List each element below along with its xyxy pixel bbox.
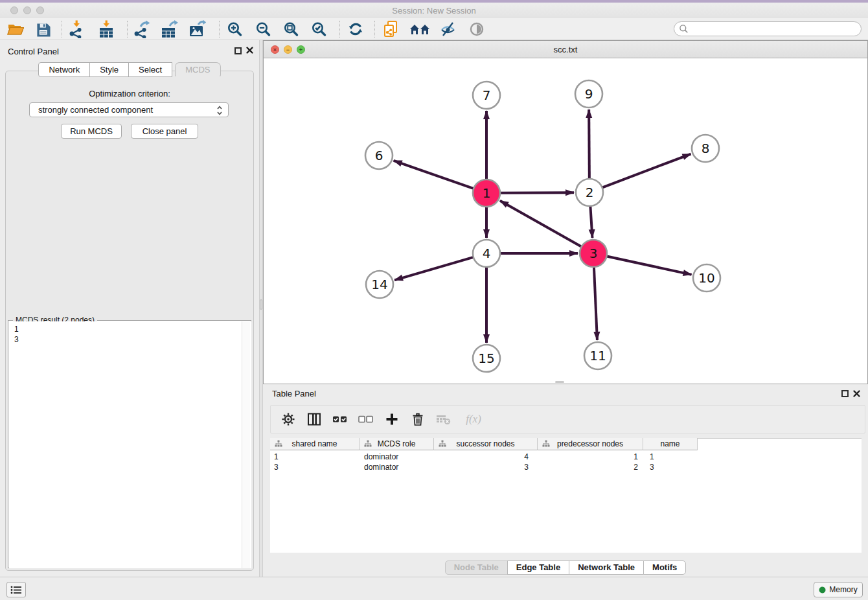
mcds-result-box: MCDS result (2 nodes) 13 bbox=[8, 320, 251, 568]
app-titlebar[interactable]: Session: New Session bbox=[0, 3, 868, 18]
save-session-icon[interactable] bbox=[31, 20, 54, 38]
network-graph[interactable]: 7968124314101511 bbox=[264, 59, 867, 384]
close-table-panel-icon[interactable] bbox=[852, 389, 861, 398]
column-header-shared-name[interactable]: shared name bbox=[270, 438, 360, 450]
cell[interactable]: 2 bbox=[538, 462, 643, 472]
search-input[interactable] bbox=[689, 25, 851, 34]
zoom-in-icon[interactable] bbox=[223, 20, 246, 38]
export-table-icon[interactable] bbox=[157, 20, 181, 38]
column-label: shared name bbox=[291, 439, 337, 448]
cell[interactable]: dominator bbox=[360, 462, 434, 472]
delete-icon[interactable] bbox=[409, 411, 426, 428]
cell[interactable]: 4 bbox=[434, 452, 538, 462]
search-icon bbox=[679, 24, 689, 34]
node-3[interactable]: 3 bbox=[580, 240, 607, 267]
column-header-successor-nodes[interactable]: successor nodes bbox=[434, 438, 538, 450]
export-image-icon[interactable] bbox=[185, 20, 209, 38]
edge-3-1[interactable] bbox=[500, 201, 582, 247]
column-header-MCDS-role[interactable]: MCDS role bbox=[360, 438, 434, 450]
chevron-updown-icon bbox=[216, 105, 223, 116]
node-1[interactable]: 1 bbox=[473, 179, 500, 207]
deselect-all-icon[interactable] bbox=[358, 411, 374, 428]
zoom-fit-icon[interactable] bbox=[279, 20, 303, 38]
memory-status-icon bbox=[819, 586, 826, 594]
edge-3-11[interactable] bbox=[594, 266, 597, 340]
first-neighbors-icon[interactable] bbox=[408, 20, 431, 38]
tab-node-table[interactable]: Node Table bbox=[445, 560, 508, 575]
tab-network[interactable]: Network bbox=[38, 62, 90, 77]
table-row[interactable]: 3dominator323 bbox=[270, 462, 862, 472]
delete-table-icon[interactable] bbox=[435, 411, 452, 428]
memory-button[interactable]: Memory bbox=[814, 582, 863, 597]
table-row[interactable]: 1dominator411 bbox=[270, 452, 862, 462]
tab-style[interactable]: Style bbox=[89, 62, 129, 77]
zoom-selected-icon[interactable] bbox=[307, 20, 330, 38]
network-canvas[interactable]: 7968124314101511 bbox=[264, 59, 867, 384]
node-11[interactable]: 11 bbox=[584, 342, 611, 369]
tab-select[interactable]: Select bbox=[128, 62, 172, 77]
node-label: 1 bbox=[483, 185, 491, 201]
cell[interactable]: 1 bbox=[538, 452, 643, 462]
column-icon[interactable] bbox=[306, 411, 323, 428]
hide-selected-icon[interactable] bbox=[437, 20, 460, 38]
edge-3-10[interactable] bbox=[606, 256, 692, 275]
run-mcds-button[interactable]: Run MCDS bbox=[61, 124, 122, 139]
cell[interactable]: dominator bbox=[360, 452, 434, 462]
edge-2-3[interactable] bbox=[590, 205, 592, 238]
edge-2-9[interactable] bbox=[589, 110, 589, 179]
toolbar-separator bbox=[62, 21, 62, 38]
node-9[interactable]: 9 bbox=[575, 80, 602, 108]
tab-mcds[interactable]: MCDS bbox=[175, 62, 220, 77]
node-14[interactable]: 14 bbox=[366, 271, 393, 298]
close-panel-icon[interactable] bbox=[246, 46, 254, 54]
cell[interactable]: 1 bbox=[643, 452, 698, 462]
control-panel: Control Panel NetworkStyleSelectMCDS Opt… bbox=[0, 40, 259, 577]
tab-network-table[interactable]: Network Table bbox=[569, 560, 644, 575]
horizontal-splitter-handle[interactable] bbox=[555, 381, 564, 383]
network-window-titlebar[interactable]: × − + scc.txt bbox=[264, 41, 867, 58]
close-panel-button[interactable]: Close panel bbox=[131, 124, 198, 139]
apply-layout-icon[interactable] bbox=[344, 20, 367, 38]
edge-1-6[interactable] bbox=[394, 161, 474, 189]
cell[interactable]: 3 bbox=[434, 462, 538, 472]
select-all-icon[interactable] bbox=[332, 411, 348, 428]
splitter-handle[interactable] bbox=[260, 299, 262, 310]
column-header-predecessor-nodes[interactable]: predecessor nodes bbox=[538, 438, 643, 450]
import-table-icon[interactable] bbox=[95, 20, 118, 38]
float-panel-icon[interactable] bbox=[234, 47, 242, 54]
add-icon[interactable] bbox=[383, 411, 400, 428]
global-search-field[interactable] bbox=[674, 21, 862, 36]
open-session-icon[interactable] bbox=[4, 20, 27, 38]
show-all-icon[interactable] bbox=[465, 20, 488, 38]
export-network-icon[interactable] bbox=[130, 20, 153, 38]
tab-motifs[interactable]: Motifs bbox=[643, 560, 686, 575]
node-2[interactable]: 2 bbox=[576, 179, 603, 206]
criterion-dropdown[interactable]: strongly connected component bbox=[29, 102, 229, 117]
cell[interactable]: 3 bbox=[643, 462, 698, 472]
edge-2-8[interactable] bbox=[602, 154, 691, 188]
node-4[interactable]: 4 bbox=[473, 240, 500, 267]
table-toolbar: f(x) bbox=[270, 405, 865, 433]
zoom-out-icon[interactable] bbox=[251, 20, 275, 38]
task-history-button[interactable] bbox=[6, 582, 26, 597]
mcds-result-list[interactable]: 13 bbox=[9, 321, 251, 568]
edge-1-2[interactable] bbox=[499, 192, 574, 193]
function-builder-icon[interactable]: f(x) bbox=[461, 411, 486, 428]
criterion-value: strongly connected component bbox=[38, 105, 153, 115]
clone-network-icon[interactable] bbox=[380, 20, 403, 38]
cell[interactable]: 1 bbox=[270, 452, 360, 462]
column-header-name[interactable]: name bbox=[643, 438, 698, 450]
float-table-panel-icon[interactable] bbox=[841, 390, 849, 397]
node-7[interactable]: 7 bbox=[473, 82, 500, 109]
import-network-icon[interactable] bbox=[65, 20, 88, 38]
cell[interactable]: 3 bbox=[270, 462, 360, 472]
result-scrollbar[interactable] bbox=[242, 321, 250, 568]
node-15[interactable]: 15 bbox=[473, 345, 500, 372]
node-6[interactable]: 6 bbox=[365, 142, 393, 169]
node-10[interactable]: 10 bbox=[693, 264, 720, 292]
edge-4-14[interactable] bbox=[394, 257, 474, 281]
tab-edge-table[interactable]: Edge Table bbox=[507, 560, 569, 575]
node-8[interactable]: 8 bbox=[692, 135, 719, 162]
node-label: 14 bbox=[371, 277, 387, 292]
gear-icon[interactable] bbox=[280, 411, 297, 428]
